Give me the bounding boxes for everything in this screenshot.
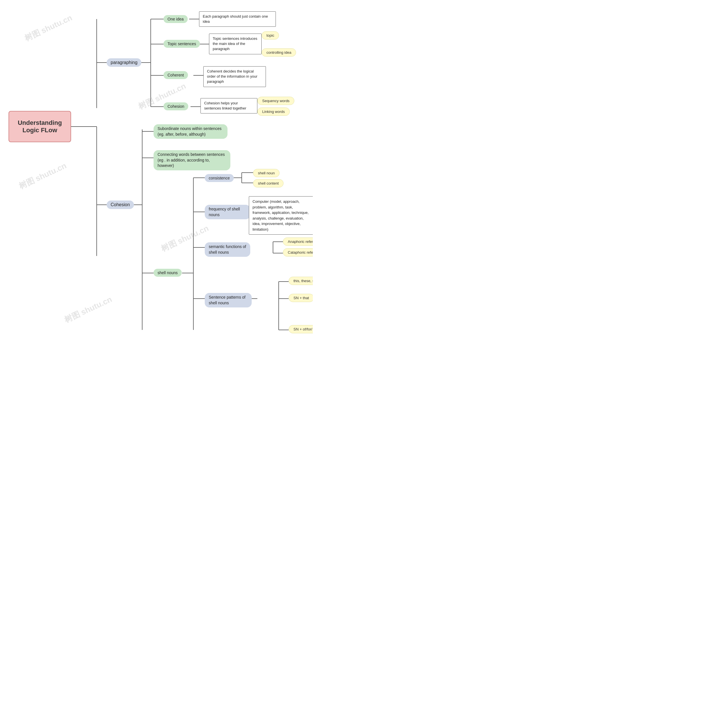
this-these-node: this, these, such + SN [289,277,313,285]
topic-sentences-desc: Topic sentences introduces the main idea… [209,34,262,54]
one-idea-desc: Each paragraph should just contain one i… [199,11,276,27]
watermark-4: 树图 shutu.cn [159,223,210,255]
shell-nouns-node: shell nouns [154,269,182,277]
cohesion-desc: Cohesion helps your sentences linked tog… [200,98,257,113]
cohesion-main-node: Cohesion [107,200,134,209]
controlling-idea-node: controlling idea [262,48,296,57]
coherent-node: Coherent [164,71,188,79]
linking-words-node: Linking words [257,107,290,116]
subordinate-node: Subordinate nouns within sentences (eg. … [154,124,228,139]
mind-map: 树图 shutu.cn 树图 shutu.cn 树图 shutu.cn 树图 s… [0,0,313,341]
sn-that-node: SN + that [289,294,313,302]
sn-of-node: SN + of/for/ [289,325,313,333]
root-node: Understanding Logic FLow [9,111,71,142]
consistence-node: consistence [205,174,234,182]
one-idea-node: One idea [164,15,188,23]
shell-content-node: shell content [253,179,283,187]
watermark-1: 树图 shutu.cn [23,12,74,44]
coherent-desc: Coherent decides the logical order of th… [203,66,266,87]
topic-sentences-node: Topic sentences [164,40,200,48]
computer-desc: Computer (model, approach, problem, algo… [249,196,313,235]
sentence-patterns-node: Sentence patterns of shell nouns [205,293,252,307]
paragraphing-node: paragraphing [107,58,141,67]
watermark-5: 树图 shutu.cn [63,294,114,326]
connecting-node: Connecting words between sentences (eg .… [154,150,230,170]
watermark-3: 树图 shutu.cn [17,160,68,192]
root-label: Understanding Logic FLow [12,119,68,134]
semantic-node: semantic functions of shell nouns [205,242,250,257]
anaphoric-node: Anaphoric reference [283,237,313,246]
topic-node: topic [262,31,279,40]
frequency-node: frequency of shell nouns [205,205,250,219]
sequency-words-node: Sequency words [257,97,294,105]
shell-noun-node: shell noun [253,169,279,177]
cohesion-para-node: Cohesion [164,102,188,110]
cataphoric-node: Cataphoric reference [283,248,313,257]
